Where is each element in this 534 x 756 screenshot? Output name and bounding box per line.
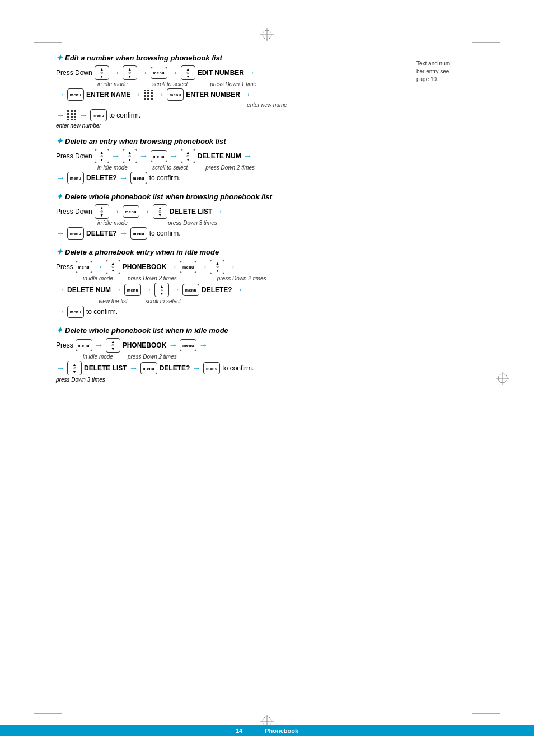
nav-button-1: ▲⊙▼ xyxy=(95,65,109,80)
del-whole-row2: → menu DELETE? → menu to confirm. xyxy=(56,227,478,240)
section-header-delete-whole-idle: ✦ Delete whole phonebook list when in id… xyxy=(56,326,478,335)
arr-wi6: → xyxy=(192,363,201,373)
delete-list-label: DELETE LIST xyxy=(170,208,213,215)
menu-button-2: menu xyxy=(67,88,84,101)
arrow-6: → xyxy=(133,90,142,100)
delete-num-label: DELETE NUM xyxy=(198,152,241,160)
nav-button-2: ▲⊙▼ xyxy=(123,65,137,80)
arrow-5: → xyxy=(56,90,65,100)
menu-btn-d1: menu xyxy=(151,150,167,162)
arrow-8: → xyxy=(242,90,251,100)
delete-q-4: DELETE? xyxy=(160,364,190,372)
arr-dw2: → xyxy=(142,206,151,217)
arrow-4: → xyxy=(246,68,255,78)
arr-wi2: → xyxy=(168,340,177,350)
menu-button-4: menu xyxy=(90,109,107,121)
arrow-1: → xyxy=(111,68,120,78)
delete-q-label: DELETE? xyxy=(86,174,117,182)
page: Text and num-ber entry seepage 10. ✦ Edi… xyxy=(0,0,534,756)
arr-d1: → xyxy=(111,151,120,161)
arr-dw5: → xyxy=(119,228,128,238)
nav-btn-d1: ▲⊙▼ xyxy=(95,149,109,163)
menu-dw2: menu xyxy=(67,227,84,240)
enter-new-number-note: enter new number xyxy=(56,123,478,129)
arrow-7: → xyxy=(156,90,165,100)
main-content: Text and num-ber entry seepage 10. ✦ Edi… xyxy=(56,53,478,722)
arr-wi5: → xyxy=(129,363,138,373)
press-label-4: Press xyxy=(56,263,73,271)
section-title: Phonebook xyxy=(265,727,298,734)
section-delete-entry: ✦ Delete an entry when browsing phoneboo… xyxy=(56,137,478,184)
nav-wi2: ▲⊙▼ xyxy=(67,361,82,375)
nav-btn-d3: ▲⊙▼ xyxy=(181,149,195,163)
nav-di2: ▲⊙▼ xyxy=(210,260,224,274)
edit-row3: → → menu to confirm. xyxy=(56,109,478,121)
h-line-top-right xyxy=(472,42,500,43)
delete-list-2: DELETE LIST xyxy=(84,364,127,372)
arr-d5: → xyxy=(56,173,65,183)
diamond-icon-2: ✦ xyxy=(56,137,63,145)
footer-bar: 14 Phonebook xyxy=(0,725,534,736)
del-whole-row1: Press Down ▲⊙▼ → menu → ▲⊙▼ DELETE LIST … xyxy=(56,204,478,219)
arr-dw4: → xyxy=(56,228,65,238)
nav-wi1: ▲⊙▼ xyxy=(106,338,120,353)
delete-row1: Press Down ▲⊙▼ → ▲⊙▼ → menu → ▲⊙▼ DELETE… xyxy=(56,149,478,163)
keyboard-icon-2 xyxy=(67,110,77,121)
menu-btn-d3: menu xyxy=(130,172,147,184)
delete-row2: → menu DELETE? → menu to confirm. xyxy=(56,172,478,184)
arr-dw3: → xyxy=(214,206,223,217)
nav-dw2: ▲⊙▼ xyxy=(153,204,167,219)
section-delete-whole-idle: ✦ Delete whole phonebook list when in id… xyxy=(56,326,478,383)
nav-dw1: ▲⊙▼ xyxy=(95,204,109,219)
arr-wi4: → xyxy=(56,363,65,373)
delete-sub1: in idle mode scroll to select press Down… xyxy=(56,165,478,171)
menu-wi3: menu xyxy=(140,362,157,374)
arr-di3: → xyxy=(199,262,208,272)
section-delete-idle: ✦ Delete a phonebook entry when in idle … xyxy=(56,247,478,318)
nav-di1: ▲⊙▼ xyxy=(106,260,120,274)
enter-number-label: ENTER NUMBER xyxy=(186,91,240,98)
arr-di2: → xyxy=(168,262,177,272)
arr-dw1: → xyxy=(111,206,120,217)
menu-di4: menu xyxy=(182,284,199,296)
arr-d2: → xyxy=(139,151,148,161)
arr-di8: → xyxy=(171,285,180,295)
del-idle-sub1: in idle mode press Down 2 times press Do… xyxy=(56,275,478,281)
section-delete-whole-browse: ✦ Delete whole phonebook list when brows… xyxy=(56,192,478,240)
reg-mark-right xyxy=(496,372,509,385)
arr-d4: → xyxy=(243,151,252,161)
arr-di4: → xyxy=(227,262,236,272)
edit-number-label: EDIT NUMBER xyxy=(198,69,244,77)
del-idle-row3: → menu to confirm. xyxy=(56,306,478,318)
del-idle-row1: Press menu → ▲⊙▼ PHONEBOOK → menu → ▲⊙▼ … xyxy=(56,260,478,274)
diamond-icon: ✦ xyxy=(56,53,63,62)
phonebook-label-2: PHONEBOOK xyxy=(123,341,167,349)
border-left xyxy=(34,34,34,722)
phonebook-label: PHONEBOOK xyxy=(123,263,167,271)
menu-di2: menu xyxy=(180,261,196,273)
edit-sub2: enter new name xyxy=(56,102,478,108)
delete-q-label-2: DELETE? xyxy=(86,229,117,237)
nav-button-3: ▲⊙▼ xyxy=(181,65,195,80)
del-idle-row2: → DELETE NUM → menu → ▲⊙▼ → menu DELETE?… xyxy=(56,283,478,297)
menu-dw1: menu xyxy=(123,205,139,218)
enter-name-label: ENTER NAME xyxy=(86,91,130,98)
menu-wi2: menu xyxy=(180,339,196,351)
section-header-edit: ✦ Edit a number when browsing phonebook … xyxy=(56,53,478,62)
diamond-icon-5: ✦ xyxy=(56,326,63,335)
text-note: Text and num-ber entry seepage 10. xyxy=(416,60,478,83)
nav-di3: ▲⊙▼ xyxy=(154,283,169,297)
arr-wi3: → xyxy=(199,340,208,350)
h-line-top-left xyxy=(34,42,62,43)
page-number: 14 xyxy=(236,727,242,734)
arr-di9: → xyxy=(235,285,243,295)
menu-dw3: menu xyxy=(130,227,147,240)
arr-di10: → xyxy=(56,307,65,317)
menu-wi4: menu xyxy=(203,362,220,374)
arrow-3: → xyxy=(170,68,179,78)
arrow-10: → xyxy=(79,110,88,120)
section-header-delete-idle: ✦ Delete a phonebook entry when in idle … xyxy=(56,247,478,256)
del-idle-sub2: view the list scroll to select xyxy=(56,298,478,304)
nav-btn-d2: ▲⊙▼ xyxy=(123,149,137,163)
section-header-delete: ✦ Delete an entry when browsing phoneboo… xyxy=(56,137,478,145)
